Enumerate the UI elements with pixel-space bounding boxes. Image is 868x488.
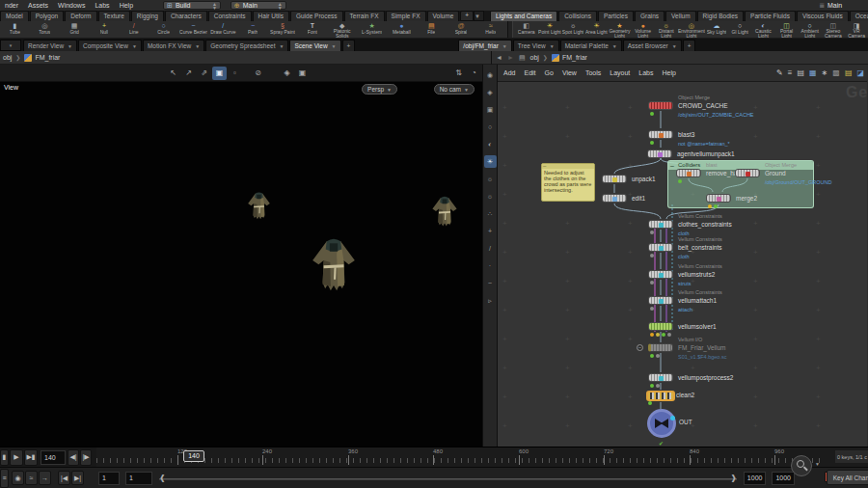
- playback-mode-button[interactable]: →: [39, 471, 51, 485]
- range-end-handle[interactable]: ❱: [730, 474, 737, 482]
- network-menu-add[interactable]: Add: [503, 69, 515, 76]
- global-start-field[interactable]: 1: [98, 472, 120, 485]
- tool-circle[interactable]: ○Circle: [149, 21, 178, 38]
- shelf-tab-oceans[interactable]: Oceans: [850, 11, 868, 21]
- tool-draw-curve[interactable]: /Draw Curve: [208, 21, 238, 38]
- tool-sky-light[interactable]: ☁Sky Light: [705, 21, 728, 38]
- current-frame-marker[interactable]: 140: [183, 450, 204, 462]
- node-vellumstruts2[interactable]: Vellum Constraintsvellumstruts2struts: [648, 270, 673, 279]
- tool-ambient-light[interactable]: ○Ambient Light: [799, 21, 822, 38]
- audio-toggle-button[interactable]: ≈: [25, 471, 38, 485]
- network-graph[interactable]: Geo ++++++++++++++++++++++++++++++++++++…: [498, 82, 867, 447]
- dot-display-icon[interactable]: ·: [484, 259, 497, 272]
- network-menu-go[interactable]: Go: [545, 69, 554, 76]
- node-body[interactable]: [648, 270, 673, 279]
- shelf-tab-guide-process[interactable]: Guide Process: [290, 11, 343, 21]
- tool-volume-light[interactable]: ●Volume Light: [632, 21, 655, 38]
- list-view-icon[interactable]: ▤: [797, 68, 804, 77]
- prev-frame-button[interactable]: |◀: [58, 471, 70, 485]
- network-menu-view[interactable]: View: [562, 69, 577, 76]
- tool-helix[interactable]: ≈Helix: [476, 21, 506, 38]
- tool-spiral[interactable]: @Spiral: [447, 21, 476, 38]
- lighting-normal-icon[interactable]: ☀: [484, 155, 497, 168]
- node-ground[interactable]: Object MergeGround/obj/Ground/OUT_GROUND: [735, 169, 760, 177]
- shelf-tab-lights-and-cameras[interactable]: Lights and Cameras: [490, 11, 557, 21]
- node-vellumattach1[interactable]: Vellum Constraintsvellumattach1attach: [648, 296, 673, 305]
- shelf-tab-rigid-bodies[interactable]: Rigid Bodies: [697, 11, 745, 21]
- chevron-down-icon[interactable]: ▼: [132, 43, 137, 49]
- chevron-down-icon[interactable]: ▼: [612, 43, 617, 49]
- tool-metaball[interactable]: ●Metaball: [387, 21, 417, 38]
- node-body[interactable]: [647, 409, 676, 438]
- node-edit1[interactable]: edit1: [602, 194, 627, 203]
- lighting-high-icon[interactable]: ☼: [484, 173, 497, 185]
- menu-labs[interactable]: Labs: [90, 2, 114, 9]
- shelf-tab-volume[interactable]: Volume: [427, 11, 460, 21]
- global-end-field[interactable]: 1000: [772, 472, 795, 485]
- node-fm-friar-vellum[interactable]: Vellum I/OFM_Friar_VellumS01_v1.$F4.bgeo…: [648, 343, 673, 352]
- minimize-icon[interactable]: –: [670, 162, 674, 169]
- network-menu-tools[interactable]: Tools: [585, 69, 601, 76]
- network-menu-help[interactable]: Help: [662, 69, 675, 76]
- next-frame-button[interactable]: ▶|: [71, 471, 84, 485]
- menu-windows[interactable]: Windows: [53, 2, 90, 9]
- tab-[interactable]: +: [342, 40, 356, 51]
- shelf-tab-vellum[interactable]: Vellum: [665, 11, 696, 21]
- node-merge2[interactable]: merge2: [706, 194, 731, 203]
- next-keyframe-button[interactable]: |▶: [80, 449, 92, 466]
- tab-motion-fx-view[interactable]: Motion FX View▼: [143, 40, 204, 51]
- menu-help[interactable]: Help: [115, 2, 138, 9]
- projection-selector[interactable]: Persp ▼: [362, 84, 397, 95]
- tool-environment-light[interactable]: ◎Environment Light: [678, 21, 705, 38]
- realtime-toggle-button[interactable]: ◉: [12, 471, 24, 485]
- tab-composite-view[interactable]: Composite View▼: [78, 40, 142, 51]
- playback-range-slider[interactable]: ❰ ❱: [159, 472, 737, 485]
- tool-distant-light[interactable]: ☼Distant Light: [655, 21, 678, 38]
- node-crowd-cache[interactable]: Object MergeCROWD_CACHE/obj/sim/OUT_ZOMB…: [648, 101, 673, 110]
- tool-tube[interactable]: ▮Tube: [0, 21, 30, 38]
- menu-assets[interactable]: Assets: [23, 2, 53, 9]
- shelf-tab-model[interactable]: Model: [0, 11, 29, 21]
- chevron-down-icon[interactable]: ▼: [68, 43, 72, 49]
- shelf-tab-polygon[interactable]: Polygon: [30, 11, 65, 21]
- shelf-tab-terrain-fx[interactable]: Terrain FX: [344, 11, 385, 21]
- tool-gi-light[interactable]: ○GI Light: [728, 21, 751, 38]
- tool-stereo-camera[interactable]: ◫Stereo Camera: [822, 21, 845, 38]
- sticky-note[interactable]: – Needed to adjust the clothes on the cr…: [541, 163, 595, 202]
- display-flag-icon[interactable]: ✔: [659, 440, 664, 447]
- pen-icon[interactable]: ▹: [484, 294, 497, 307]
- select-dynamics-icon[interactable]: ⇗: [197, 67, 211, 80]
- pane-split-button[interactable]: ▾: [0, 40, 21, 51]
- tool-vr-camera[interactable]: ◨VR Camera: [845, 21, 868, 38]
- node-agentvellumunpack1[interactable]: agentvellumunpack1: [647, 149, 672, 158]
- pane-selector[interactable]: ⊕ Main ▲▼: [231, 1, 286, 10]
- select-components-icon[interactable]: ↗: [181, 67, 196, 80]
- chevron-down-icon[interactable]: ▼: [815, 461, 820, 467]
- tab-geometry-spreadsheet[interactable]: Geometry Spreadsheet▼: [205, 40, 288, 51]
- node-unpack1[interactable]: unpack1: [602, 175, 627, 183]
- tab-render-view[interactable]: Render View▼: [23, 40, 77, 51]
- viewport-canvas[interactable]: View: [0, 82, 482, 447]
- show-displays-icon[interactable]: ◉: [484, 68, 497, 81]
- shelf-tab-particles[interactable]: Particles: [598, 11, 634, 21]
- color-palette-icon[interactable]: ▦: [809, 68, 817, 77]
- node-body[interactable]: [676, 169, 701, 177]
- parent-folder-icon[interactable]: ▤: [519, 54, 526, 62]
- chevron-down-icon[interactable]: ▼: [502, 43, 507, 49]
- tool-l-system[interactable]: ★L-System: [357, 21, 387, 38]
- tool-portal-light[interactable]: ◫Portal Light: [774, 21, 798, 38]
- sticky-note-icon[interactable]: ▤: [845, 68, 853, 77]
- snapshot-view-icon[interactable]: ▩: [832, 68, 840, 77]
- snapshot-icon[interactable]: ▣: [295, 67, 310, 80]
- handles-icon[interactable]: ▫: [228, 67, 242, 80]
- tool-grid[interactable]: ▦Grid: [60, 21, 90, 38]
- tool-path[interactable]: ~Path: [238, 21, 268, 38]
- shelf-tab-grains[interactable]: Grains: [635, 11, 665, 21]
- shade-mode-icon[interactable]: ◈: [484, 86, 497, 98]
- node-vellumpostprocess2[interactable]: vellumpostprocess2: [648, 373, 673, 382]
- tab-asset-browser[interactable]: Asset Browser▼: [623, 40, 682, 51]
- snap-options-icon[interactable]: ⇅: [451, 67, 466, 80]
- go-to-end-button[interactable]: ▶▮: [24, 449, 38, 466]
- shelf-tab-viscous-fluids[interactable]: Viscous Fluids: [797, 11, 849, 21]
- display-options-icon[interactable]: ◔: [467, 67, 481, 80]
